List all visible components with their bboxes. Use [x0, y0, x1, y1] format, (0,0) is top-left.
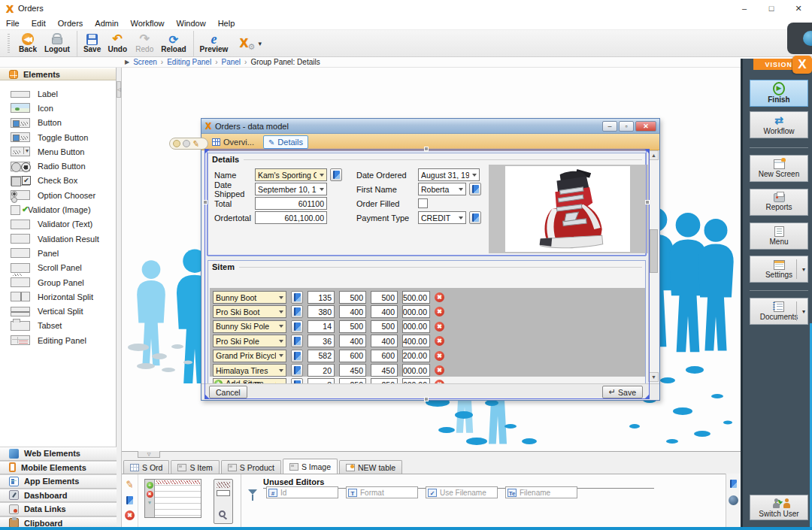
sitem-total-input[interactable]: 14,400.00	[402, 335, 430, 347]
toolbar-button-app-menu[interactable]: ▾	[231, 31, 265, 56]
mini-toolbar-dot-icon[interactable]	[173, 140, 180, 147]
ordertotal-input[interactable]: 601,100.00	[255, 211, 327, 224]
sitem-unit-input[interactable]: 500	[339, 320, 366, 333]
selection-mid-handle[interactable]	[424, 147, 429, 151]
palette-item[interactable]: Icon	[0, 101, 116, 115]
palette-item[interactable]: Vertical Split	[0, 304, 116, 318]
bottom-tab[interactable]: S Image	[283, 459, 338, 474]
palette-item[interactable]: Radio Button	[0, 159, 116, 173]
sitem-qty-input[interactable]: 20	[308, 364, 335, 377]
floating-mini-toolbar[interactable]: ✎	[169, 138, 208, 150]
sitem-product-combobox[interactable]: Himalaya Tires	[213, 364, 286, 377]
toolbar-button[interactable]: Undo	[104, 31, 131, 56]
scroll-panel-thumbnail[interactable]	[214, 479, 233, 524]
palette-item[interactable]: Check Box	[0, 174, 116, 188]
vision-button[interactable]: Finish ▾	[750, 80, 808, 107]
sitem-lookup-button[interactable]	[291, 291, 303, 304]
selection-corner-handle[interactable]	[205, 149, 210, 154]
sitem-price-input[interactable]: 400	[371, 305, 398, 318]
tab-details[interactable]: Details	[263, 135, 308, 149]
name-combobox[interactable]: Kam's Sporting Good	[255, 168, 327, 181]
sitem-total-input[interactable]: 2,000.00	[402, 378, 430, 383]
palette-accordion-bar[interactable]: Dashboard	[0, 489, 117, 503]
selection-corner-handle[interactable]	[205, 394, 210, 399]
tab-overview[interactable]: Overvi...	[208, 136, 259, 148]
sitem-unit-input[interactable]: 600	[339, 350, 366, 362]
dropdown-caret-icon[interactable]: ▾	[802, 308, 805, 315]
delete-icon[interactable]: ✖	[125, 510, 135, 520]
sitem-price-input[interactable]: 600	[371, 350, 398, 362]
switch-user-button[interactable]: ⟳ Switch User	[750, 495, 808, 520]
dialog-scrollbar[interactable]: ▲ ▼	[648, 150, 659, 382]
palette-accordion-bar[interactable]: Mobile Elements	[0, 461, 117, 475]
toolbar-button[interactable]: Preview	[193, 31, 232, 56]
palette-item[interactable]: Option Chooser	[0, 188, 116, 202]
splitter-collapse-handle[interactable]: ◁	[117, 81, 121, 98]
sitem-product-combobox[interactable]: Bunny Boot	[213, 291, 286, 304]
details-group-panel[interactable]: Details Name Kam's Sporting Good Date Or…	[208, 153, 646, 256]
selection-corner-handle[interactable]	[644, 149, 650, 154]
sitem-lookup-button[interactable]	[291, 305, 303, 318]
payment-type-lookup-button[interactable]	[469, 211, 481, 224]
breadcrumb-item[interactable]: Panel	[211, 58, 241, 66]
combo-arrow-icon[interactable]	[317, 169, 326, 180]
sitem-unit-input[interactable]: 400	[339, 305, 366, 318]
scroll-down-icon[interactable]: ▼	[649, 372, 659, 382]
sitem-lookup-button[interactable]	[291, 320, 303, 333]
toolbar-button[interactable]: Back	[14, 31, 41, 56]
sitem-unit-input[interactable]: 500	[339, 291, 366, 304]
sitem-product-combobox[interactable]: Pro Ski Pole	[213, 335, 286, 347]
palette-item[interactable]: Tabset	[0, 319, 116, 333]
maximize-button[interactable]: □	[758, 0, 785, 17]
sitem-lookup-button[interactable]	[291, 378, 303, 383]
combo-arrow-icon[interactable]	[276, 292, 286, 303]
sitem-unit-input[interactable]: 250	[339, 378, 366, 383]
cancel-button[interactable]: Cancel	[209, 386, 247, 398]
sitem-qty-input[interactable]: 380	[308, 305, 335, 318]
add-row-icon[interactable]: +	[147, 482, 153, 489]
vision-button[interactable]: Workflow ▾	[750, 111, 808, 138]
toolbar-button[interactable]: Redo	[131, 31, 158, 56]
palette-item[interactable]: Toggle Button	[0, 130, 116, 144]
menu-item[interactable]: Workflow	[125, 19, 171, 28]
palette-item[interactable]: Menu Button	[0, 144, 116, 159]
sitem-total-input[interactable]: 152,000.00	[402, 305, 430, 318]
bottom-tab[interactable]: S Ord	[123, 460, 169, 474]
sitem-lookup-button[interactable]	[291, 335, 303, 347]
first-name-combobox[interactable]: Roberta	[418, 183, 466, 195]
palette-accordion-bar[interactable]: Data Links	[0, 502, 117, 516]
scroll-up-icon[interactable]: ▲	[649, 150, 659, 160]
book-icon[interactable]	[126, 496, 133, 504]
sitem-qty-input[interactable]: 8	[308, 378, 335, 383]
toolbar-button[interactable]: Reload	[158, 31, 189, 56]
selection-mid-handle[interactable]	[424, 397, 429, 401]
sitem-unit-input[interactable]: 400	[339, 335, 366, 347]
sitem-price-input[interactable]: 500	[371, 291, 398, 304]
palette-item[interactable]: Validator (Image)	[0, 202, 116, 217]
combo-arrow-icon[interactable]	[276, 365, 286, 376]
combo-arrow-icon[interactable]	[456, 183, 465, 195]
sitem-qty-input[interactable]: 582	[308, 350, 335, 362]
toolbar-button[interactable]: Save	[77, 31, 104, 56]
save-button[interactable]: ↵ Save	[602, 386, 643, 398]
minimize-button[interactable]: –	[731, 0, 758, 17]
menu-item[interactable]: File	[0, 19, 26, 28]
menu-item[interactable]: Admin	[89, 19, 124, 28]
unused-editor-chip[interactable]: T Format	[346, 486, 418, 498]
sitem-group-panel[interactable]: Sitem Bunny Boot 135 500 500 67,	[208, 260, 646, 383]
unused-editor-chip[interactable]: # Id	[266, 486, 338, 498]
dialog-titlebar[interactable]: X Orders - data model – ▫ ✕	[201, 119, 659, 134]
delete-row-button[interactable]: ✖	[435, 307, 444, 316]
palette-item[interactable]: Group Panel	[0, 275, 116, 289]
filter-icon[interactable]	[248, 489, 257, 499]
breadcrumb-item[interactable]: Screen	[133, 58, 157, 66]
palette-item[interactable]: Validation Result	[0, 232, 116, 246]
bottom-tab[interactable]: S Product	[221, 460, 281, 474]
selection-corner-handle[interactable]	[644, 394, 650, 399]
selection-mid-handle[interactable]	[203, 200, 208, 204]
mini-toolbar-pencil-icon[interactable]: ✎	[192, 138, 200, 149]
combo-arrow-icon[interactable]	[317, 183, 326, 195]
menu-item[interactable]: Orders	[52, 19, 89, 28]
sitem-total-input[interactable]: 7,000.00	[402, 320, 430, 333]
date-shipped-combobox[interactable]: September 10, 1992, 12:00	[255, 183, 327, 195]
